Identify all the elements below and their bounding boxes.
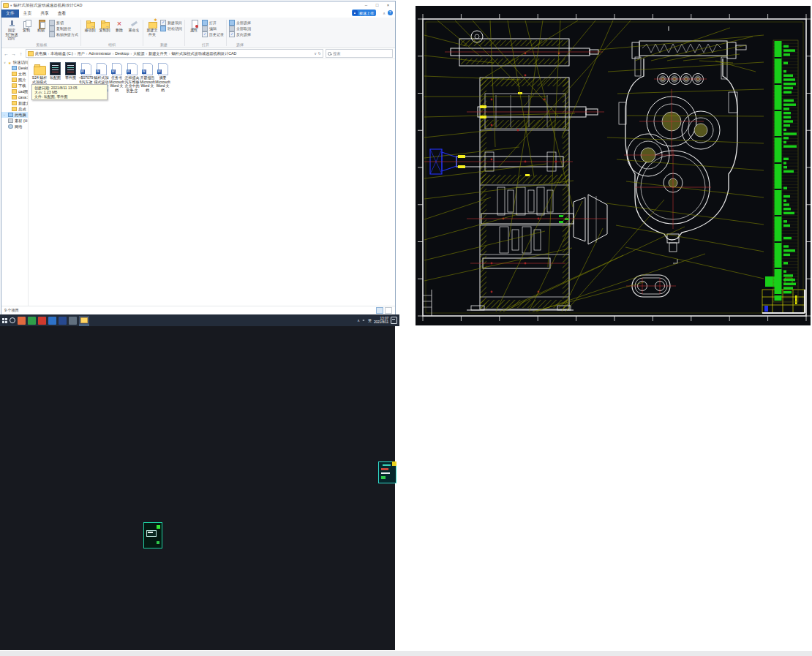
back-icon[interactable]: ←: [4, 51, 9, 56]
taskbar-icon-photoshop[interactable]: [48, 317, 56, 325]
details-view-button[interactable]: [376, 307, 383, 314]
file-item-abstract-doc[interactable]: 摘要 Microsoft Word 文档: [155, 62, 170, 92]
pin-label: 固定到"快速访问": [5, 29, 18, 41]
ime-indicator[interactable]: 英: [368, 318, 372, 323]
cloud-upload-button[interactable]: 极速上传: [352, 10, 376, 16]
maximize-button[interactable]: □: [372, 2, 383, 9]
select-none-button[interactable]: 全部取消: [229, 26, 251, 31]
open-button[interactable]: 打开: [202, 20, 224, 25]
tab-file[interactable]: 文件: [1, 10, 19, 18]
taskbar-icon-browser[interactable]: [18, 317, 26, 325]
folder-icon: [34, 66, 46, 75]
file-item-task-doc[interactable]: 任务书 Microsoft Word 文档: [109, 62, 124, 92]
move-to-button[interactable]: → 移动到: [83, 19, 97, 33]
drawing-thumbnail-1[interactable]: [378, 461, 396, 483]
minimize-button[interactable]: –: [361, 2, 372, 9]
copy-to-button[interactable]: → 复制到: [98, 19, 111, 33]
sidebar-item-assembly[interactable]: 总成: [1, 106, 28, 112]
history-button[interactable]: 历史记录: [202, 32, 224, 37]
help-icon[interactable]: ?: [388, 10, 393, 15]
tab-view[interactable]: 查看: [53, 10, 71, 18]
file-item-assembly-drawing[interactable]: 装配图: [48, 62, 63, 80]
address-dropdown-icon[interactable]: ∨: [314, 51, 317, 56]
drawing-thumbnail-2[interactable]: [143, 522, 162, 548]
crumb-folder-2[interactable]: 新建文件夹: [148, 51, 168, 56]
crumb-folder-1[interactable]: 大能源: [132, 51, 146, 56]
sidebar-item-quick-access[interactable]: ∨快速访问: [1, 59, 28, 65]
sidebar-item-drive-h[interactable]: 素材 (H:): [1, 118, 28, 124]
group-label-organize: 组织: [81, 42, 143, 47]
cad-drawing-panel[interactable]: [416, 6, 811, 325]
taskbar-icon-chrome[interactable]: [38, 317, 46, 325]
search-icon: [328, 52, 331, 56]
rename-button[interactable]: 重命名: [127, 19, 140, 33]
new-item-icon: [160, 20, 166, 26]
folder-icon: [28, 51, 34, 56]
new-item-button[interactable]: 新建项目: [160, 20, 182, 25]
tab-share[interactable]: 共享: [36, 10, 53, 18]
thumbnail-view-button[interactable]: [385, 307, 392, 314]
taskbar-icon-wps[interactable]: [28, 317, 36, 325]
folder-icon: [12, 78, 17, 83]
crumb-this-pc[interactable]: 此电脑: [34, 51, 48, 56]
forward-icon[interactable]: →: [11, 51, 16, 56]
easy-access-button[interactable]: 轻松访问: [160, 26, 182, 31]
sidebar-item-cava-folder[interactable]: cava工程图: [1, 94, 28, 100]
sidebar-item-downloads[interactable]: 下载: [1, 83, 28, 88]
select-all-button[interactable]: 全部选择: [229, 20, 251, 25]
ribbon-collapse-icon[interactable]: ∧: [383, 11, 386, 15]
item-count: 9 个项目: [4, 308, 19, 313]
tray-expand-icon[interactable]: ∧: [357, 318, 360, 323]
screenshot-root: { "colors":{ "taskbar_bg":"#232c3a","exp…: [0, 0, 812, 656]
sidebar-item-cad-folder[interactable]: cad图+cad图: [1, 88, 28, 94]
speaker-icon[interactable]: [362, 319, 366, 323]
move-to-icon: →: [86, 20, 94, 28]
file-item-part-drawing[interactable]: 零件图: [63, 62, 78, 80]
file-item-translation-doc[interactable]: 怎样提高汽车维修企业中的竞争-文献翻译: [124, 62, 140, 93]
taskbar-icon-word[interactable]: [69, 317, 77, 325]
file-item-proposal-doc[interactable]: 开题报告 Microsoft Word 文档: [140, 62, 155, 92]
sidebar-item-pictures[interactable]: 图片: [1, 77, 28, 83]
group-label-new: 新建: [143, 42, 184, 47]
cad-file-icon: [50, 62, 61, 75]
paste-shortcut-button[interactable]: 粘贴快捷方式: [49, 32, 78, 37]
new-folder-button[interactable]: 新建文件夹: [146, 19, 159, 37]
breadcrumb[interactable]: 此电脑› 本地磁盘 (C:)› 用户› Administrator› Deskt…: [26, 49, 323, 58]
clock[interactable]: 13:07 2021/8/11: [374, 317, 388, 324]
properties-button[interactable]: 属性: [187, 19, 200, 33]
sidebar-item-network[interactable]: 网络: [1, 124, 28, 129]
sidebar-item-new-folder[interactable]: 新建文件夹: [1, 100, 28, 106]
sidebar-item-desktop[interactable]: Desktop: [1, 65, 28, 71]
taskbar-icon-file-explorer-active[interactable]: [79, 316, 89, 325]
tab-home[interactable]: 主页: [19, 10, 37, 18]
quick-access-toolbar-icon[interactable]: ▾: [10, 4, 12, 7]
delete-button[interactable]: 删除: [113, 19, 126, 33]
cad-app-canvas[interactable]: [0, 326, 395, 650]
copy-path-button[interactable]: 复制路径: [49, 26, 78, 31]
crumb-desktop[interactable]: Desktop: [114, 51, 129, 56]
copy-button[interactable]: 复制: [20, 19, 33, 33]
close-button[interactable]: ×: [383, 2, 394, 9]
sidebar-item-documents[interactable]: 文档: [1, 71, 28, 77]
invert-selection-button[interactable]: 反向选择: [229, 32, 251, 37]
crumb-administrator[interactable]: Administrator: [88, 51, 112, 56]
taskbar-icon-autocad[interactable]: [59, 317, 67, 325]
cortana-search-icon[interactable]: [10, 317, 15, 323]
crumb-users[interactable]: 用户: [76, 51, 85, 56]
star-icon: [8, 61, 12, 64]
start-button[interactable]: [2, 318, 7, 323]
paste-button[interactable]: 粘贴: [34, 19, 48, 33]
up-icon[interactable]: ↑: [18, 51, 23, 56]
refresh-icon[interactable]: ↻: [318, 51, 321, 56]
cloud-upload-label: 极速上传: [359, 11, 374, 15]
search-input[interactable]: 搜索: [326, 49, 393, 58]
crumb-drive-c[interactable]: 本地磁盘 (C:): [50, 51, 74, 56]
edit-button[interactable]: 编辑: [202, 26, 224, 31]
pin-quick-access-button[interactable]: 固定到"快速访问": [5, 19, 18, 41]
crumb-current[interactable]: 蜗杆式加扭式波动减速器机构设计CAD: [170, 51, 237, 56]
sidebar-item-this-pc[interactable]: ›此电脑: [1, 112, 28, 118]
system-tray: ∧ 英 13:07 2021/8/11: [357, 317, 397, 324]
window-controls: – □ ×: [361, 2, 394, 9]
action-center-icon[interactable]: [391, 317, 397, 324]
cut-button[interactable]: 剪切: [49, 20, 78, 25]
